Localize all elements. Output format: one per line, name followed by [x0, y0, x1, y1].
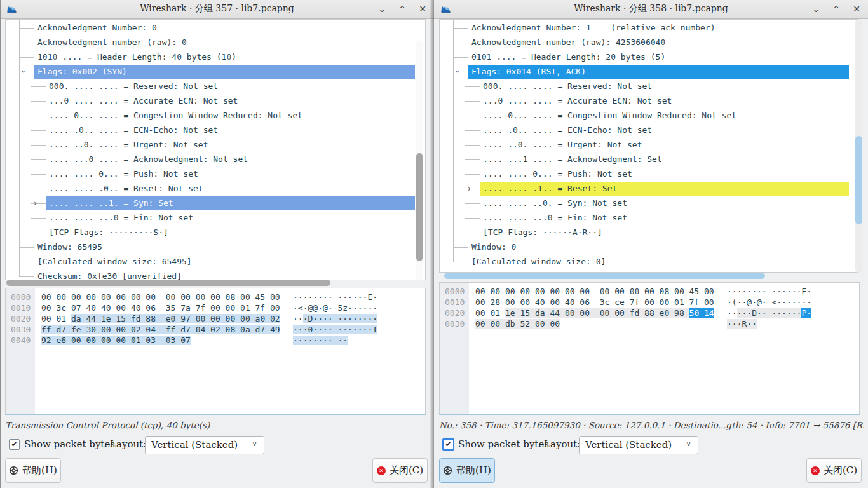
- close-button[interactable]: ✕ 关闭(C): [372, 458, 428, 483]
- tree-horizontal-scrollbar[interactable]: [439, 273, 856, 280]
- controls-row: ✔ Show packet bytes Layout: Vertical (St…: [0, 436, 434, 455]
- tree-row[interactable]: ›.... .... .1.. = Reset: Set: [440, 182, 849, 196]
- hex-row[interactable]: 001000 28 00 00 40 00 40 06 3c ce 7f 00 …: [440, 297, 859, 308]
- tree-row-label: [Calculated window size: 0]: [471, 257, 606, 266]
- hex-row[interactable]: 000000 00 00 00 00 00 00 00 00 00 00 00 …: [440, 287, 859, 297]
- scrollbar-thumb[interactable]: [416, 153, 423, 261]
- expander-open-icon[interactable]: ›: [453, 70, 463, 73]
- tree-row[interactable]: Acknowledgment Number: 1 (relative ack n…: [440, 21, 849, 36]
- tree-row-label: Window: 0: [471, 242, 516, 252]
- tree-row-label: [TCP Flags: ······A·R··]: [483, 227, 602, 237]
- tree-row[interactable]: .... .... ..0. = Syn: Not set: [440, 196, 849, 211]
- tree-row[interactable]: .... ..0. .... = Urgent: Not set: [440, 138, 849, 152]
- titlebar[interactable]: Wireshark · 分组 358 · lib7.pcapng ⌄⌃✕: [434, 0, 868, 19]
- help-button-label: 帮助(H): [22, 464, 57, 477]
- layout-combobox[interactable]: Vertical (Stacked) ∨: [579, 436, 698, 454]
- tree-row[interactable]: Checksum: 0xfe30 [unverified]: [6, 269, 415, 280]
- tree-row[interactable]: .... ..0. .... = Urgent: Not set: [6, 138, 415, 152]
- tree-row[interactable]: [Calculated window size: 0]: [440, 255, 849, 269]
- life-buoy-icon: [443, 466, 452, 475]
- tree-row[interactable]: Acknowledgment Number: 0: [6, 21, 415, 36]
- hex-bytes: 92 e6 00 00 00 00 01 03 03 07: [41, 336, 191, 345]
- tree-row-label: [TCP Flags: ·········S·]: [49, 227, 168, 237]
- tree-row[interactable]: 0101 .... = Header Length: 20 bytes (5): [440, 50, 849, 65]
- tree-row-label: .... 0... .... = Congestion Window Reduc…: [49, 111, 302, 120]
- hex-row[interactable]: 003000 00 db 52 00 00···R··: [440, 319, 859, 330]
- status-line: No.: 358 · Time: 317.165097930 · Source:…: [439, 420, 864, 430]
- tree-row[interactable]: [TCP Flags: ·········S·]: [6, 226, 415, 240]
- tree-vertical-scrollbar[interactable]: [855, 19, 862, 273]
- hex-row[interactable]: 002000 01 da 44 1e 15 fd 88 e0 97 00 00 …: [6, 314, 425, 325]
- tree-row[interactable]: .... .... 0... = Push: Not set: [6, 167, 415, 182]
- hex-row[interactable]: 004092 e6 00 00 00 00 01 03 03 07·······…: [6, 336, 425, 346]
- hex-row[interactable]: 001000 3c 07 40 40 00 40 06 35 7a 7f 00 …: [6, 303, 425, 314]
- tree-row[interactable]: ›.... .... ..1. = Syn: Set: [6, 196, 415, 211]
- hex-row[interactable]: 002000 01 1e 15 da 44 00 00 00 00 fd 88 …: [440, 308, 859, 319]
- show-packet-bytes-checkbox[interactable]: ✔: [9, 439, 20, 450]
- help-button[interactable]: 帮助(H): [5, 458, 61, 483]
- tree-row-label: .... .0.. .... = ECN-Echo: Not set: [49, 125, 218, 135]
- help-button[interactable]: 帮助(H): [439, 458, 495, 483]
- tree-row[interactable]: .... ...0 .... = Acknowledgment: Not set: [6, 152, 415, 167]
- tree-row-label: Window: 65495: [37, 242, 102, 252]
- packet-detail-tree: Acknowledgment Number: 1 (relative ack n…: [439, 19, 860, 273]
- tree-vertical-scrollbar[interactable]: [416, 40, 423, 280]
- tree-row[interactable]: ›Flags: 0x002 (SYN): [6, 65, 415, 79]
- minimize-icon[interactable]: ⌄: [811, 3, 821, 15]
- tree-row-label: 1010 .... = Header Length: 40 bytes (10): [37, 52, 236, 62]
- tree-row[interactable]: 1010 .... = Header Length: 40 bytes (10): [6, 50, 415, 65]
- tree-row[interactable]: 000. .... .... = Reserved: Not set: [6, 79, 415, 94]
- expander-open-icon[interactable]: ›: [19, 70, 29, 73]
- tree-row[interactable]: .... 0... .... = Congestion Window Reduc…: [440, 109, 849, 123]
- expander-closed-icon[interactable]: ›: [34, 198, 37, 208]
- tree-row[interactable]: ...0 .... .... = Accurate ECN: Not set: [6, 94, 415, 109]
- layout-combobox[interactable]: Vertical (Stacked) ∨: [145, 436, 264, 454]
- expander-closed-icon[interactable]: ›: [468, 184, 471, 193]
- tree-row[interactable]: .... .0.. .... = ECN-Echo: Not set: [440, 123, 849, 138]
- tree-row[interactable]: Acknowledgment number (raw): 0: [6, 36, 415, 50]
- tree-row[interactable]: .... .... .0.. = Reset: Not set: [6, 182, 415, 196]
- tree-row[interactable]: ›Flags: 0x014 (RST, ACK): [440, 65, 849, 79]
- layout-label: Layout:: [110, 438, 146, 450]
- tree-row[interactable]: Window: 65495: [6, 240, 415, 255]
- scrollbar-thumb[interactable]: [855, 136, 862, 225]
- tree-row[interactable]: [TCP Flags: ······A·R··]: [440, 226, 849, 240]
- packet-bytes-pane[interactable]: 000000 00 00 00 00 00 00 00 00 00 00 00 …: [5, 288, 426, 415]
- hex-offset: 0020: [11, 314, 31, 323]
- close-icon[interactable]: ✕: [851, 3, 862, 15]
- minimize-icon[interactable]: ⌄: [377, 3, 387, 15]
- tree-row[interactable]: Acknowledgment number (raw): 4253606040: [440, 36, 849, 50]
- tree-row-label: Acknowledgment Number: 0: [37, 23, 157, 32]
- show-packet-bytes-checkbox[interactable]: ✔: [442, 438, 454, 451]
- tree-row[interactable]: [Calculated window size: 65495]: [6, 255, 415, 269]
- maximize-icon[interactable]: ⌃: [831, 3, 841, 15]
- tree-row-label: .... ..0. .... = Urgent: Not set: [483, 140, 642, 149]
- tree-row[interactable]: 000. .... .... = Reserved: Not set: [440, 79, 849, 94]
- tree-row[interactable]: .... ...1 .... = Acknowledgment: Set: [440, 152, 849, 167]
- tree-row[interactable]: ...0 .... .... = Accurate ECN: Not set: [440, 94, 849, 109]
- scrollbar-thumb[interactable]: [444, 273, 765, 279]
- tree-row[interactable]: .... .... ...0 = Fin: Not set: [6, 211, 415, 226]
- tree-row[interactable]: Window: 0: [440, 240, 849, 255]
- titlebar[interactable]: Wireshark · 分组 357 · lib7.pcapng ⌄⌃✕: [0, 0, 434, 19]
- scrollbar-thumb[interactable]: [6, 280, 330, 286]
- hex-row[interactable]: 000000 00 00 00 00 00 00 00 00 00 00 00 …: [6, 292, 425, 303]
- close-icon[interactable]: ✕: [417, 3, 428, 15]
- tree-row[interactable]: .... 0... .... = Congestion Window Reduc…: [6, 109, 415, 123]
- show-packet-bytes-label[interactable]: Show packet bytes: [458, 438, 549, 450]
- tree-row[interactable]: .... .... 0... = Push: Not set: [440, 167, 849, 182]
- tree-row-label: Acknowledgment Number: 1 (relative ack n…: [471, 23, 715, 32]
- hex-row[interactable]: 0030ff d7 fe 30 00 00 02 04 ff d7 04 02 …: [6, 325, 425, 336]
- hex-offset: 0000: [11, 292, 31, 302]
- packet-bytes-pane[interactable]: 000000 00 00 00 00 00 00 00 00 00 00 00 …: [439, 282, 860, 415]
- red-x-circle-icon: ✕: [377, 466, 386, 475]
- tree-row[interactable]: .... .... ...0 = Fin: Not set: [440, 211, 849, 226]
- wireshark-packet-window-357: Wireshark · 分组 357 · lib7.pcapng ⌄⌃✕ Ack…: [0, 0, 434, 488]
- maximize-icon[interactable]: ⌃: [397, 3, 407, 15]
- tree-horizontal-scrollbar[interactable]: [5, 280, 422, 287]
- tree-row-label: ...0 .... .... = Accurate ECN: Not set: [49, 96, 238, 105]
- tree-row[interactable]: .... .0.. .... = ECN-Echo: Not set: [6, 123, 415, 138]
- hex-offset: 0040: [11, 336, 31, 345]
- close-button[interactable]: ✕ 关闭(C): [806, 458, 862, 483]
- show-packet-bytes-label[interactable]: Show packet bytes: [24, 438, 115, 450]
